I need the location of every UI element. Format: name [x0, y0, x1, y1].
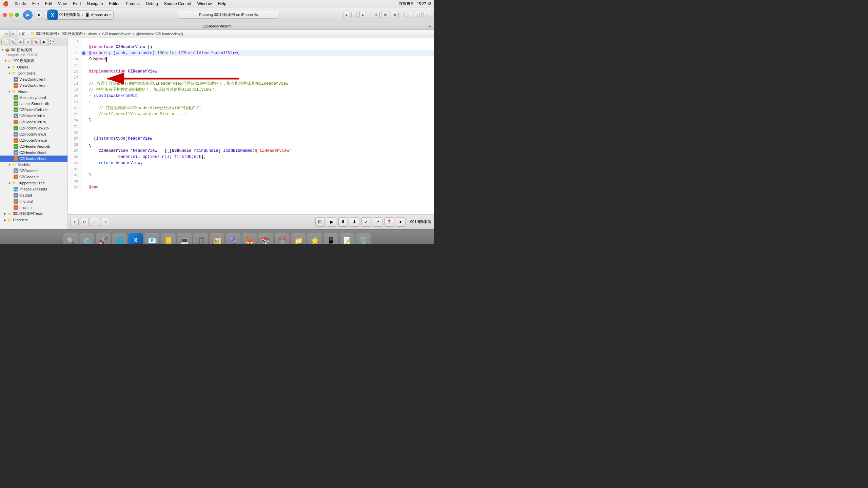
dock-item-finder[interactable]: 🔍 — [63, 233, 78, 244]
dock-item-settings[interactable]: ⚙️ — [79, 233, 94, 244]
sidebar-group-supporting[interactable]: ▼ 📁 Supporting Files — [0, 180, 67, 186]
dock-item-text[interactable]: 📝 — [340, 233, 355, 244]
sidebar-item-main-m[interactable]: m main.m — [0, 204, 67, 210]
dock-item-skim[interactable]: ✂️ — [275, 233, 290, 244]
stop-button[interactable]: ■ — [34, 10, 43, 20]
sidebar-warning-btn[interactable]: ⚠ — [17, 39, 24, 45]
breadcrumb-item-file[interactable]: CZHeaderView.m — [102, 32, 132, 36]
sidebar-item-czheaderview-xib[interactable]: xb CZHeaderView.xib — [0, 143, 67, 149]
menu-navigate[interactable]: Navigate — [84, 1, 105, 7]
sidebar-group-tests[interactable]: ▶ 📁 001迁购案例Tests — [0, 210, 67, 217]
menu-view[interactable]: View — [55, 1, 70, 7]
menu-help[interactable]: Help — [215, 1, 229, 7]
dock-item-tower[interactable]: ⭐ — [307, 233, 322, 244]
menu-editor[interactable]: Editor — [106, 1, 122, 7]
sidebar-bookmark-btn[interactable]: 🔖 — [33, 39, 39, 45]
code-editor[interactable]: 11 12 @interface CZHeaderView () 13 @pro… — [68, 38, 434, 229]
dock-item-mail[interactable]: 📧 — [144, 233, 159, 244]
dock-item-folder[interactable]: 📁 — [291, 233, 306, 244]
debug-toggle[interactable]: ⬜ — [351, 12, 358, 18]
sidebar-item-info-plist[interactable]: pl Info.plist — [0, 198, 67, 204]
filter-button[interactable]: ⬜ — [91, 218, 99, 226]
dock-item-terminal[interactable]: 💻 — [177, 233, 192, 244]
apple-menu[interactable]: 🍎 — [3, 1, 8, 6]
sidebar-folder-btn[interactable]: 📁 — [1, 39, 8, 45]
sidebar-item-czgoodscell-m[interactable]: m CZGoodsCell.m — [0, 119, 67, 125]
sidebar-breakpoint-btn[interactable]: ◆ — [40, 39, 47, 45]
sidebar-item-project[interactable]: ▼ 📦 001团购案例 — [0, 47, 67, 53]
dock-item-trash[interactable]: 🗑️ — [356, 233, 371, 244]
menu-debug[interactable]: Debug — [143, 1, 160, 7]
sort-button[interactable]: ⊙ — [101, 218, 109, 226]
dock-item-onenote[interactable]: 📒 — [161, 233, 176, 244]
dock-item-preview[interactable]: 🔮 — [226, 233, 241, 244]
sidebar-item-czgoodscell-xib[interactable]: xb CZGoodsCell.xib — [0, 107, 67, 113]
menu-source-control[interactable]: Source Control — [161, 1, 194, 7]
close-button[interactable] — [3, 13, 7, 17]
menu-edit[interactable]: Edit — [42, 1, 55, 7]
menu-window[interactable]: Window — [195, 1, 215, 7]
sidebar-item-tgs-plist[interactable]: pl tgs.plist — [0, 192, 67, 198]
debug-grid-button[interactable]: ⊞ — [315, 217, 325, 227]
layout-btn1[interactable]: ⬜ — [404, 12, 412, 18]
split-view-btn[interactable]: ⊟ — [372, 12, 380, 18]
dock-item-photos[interactable]: 🖼️ — [210, 233, 224, 244]
breadcrumb-item-views[interactable]: Views — [87, 32, 97, 36]
sidebar-item-czfooterview-h[interactable]: h CZFooterView.h — [0, 131, 67, 137]
sidebar-group-controllers[interactable]: ▼ 📁 Controllers — [0, 70, 67, 76]
sidebar-vcs-btn[interactable]: ↗ — [25, 39, 32, 45]
sidebar-item-viewcontroller-m[interactable]: m ViewController.m — [0, 82, 67, 88]
sidebar-item-images-xcassets[interactable]: img Images.xcassets — [0, 186, 67, 192]
version-btn[interactable]: ⊠ — [391, 12, 399, 18]
sidebar-group-views[interactable]: ▼ 📁 Views — [0, 88, 67, 95]
dock-item-safari[interactable]: 🌐 — [112, 233, 127, 244]
assistant-btn[interactable]: ⊞ — [381, 12, 389, 18]
add-file-button[interactable]: + — [71, 218, 79, 226]
minimize-button[interactable] — [9, 13, 13, 17]
run-button[interactable]: ▶ — [23, 10, 33, 20]
sidebar-item-czheaderview-h[interactable]: h CZHeaderView.h — [0, 149, 67, 156]
debug-location-button[interactable]: 📍 — [384, 217, 394, 227]
structure-icon[interactable]: ⊞ — [22, 32, 25, 36]
inspector-toggle[interactable]: ≡ — [359, 12, 366, 18]
sidebar-item-czheaderview-m[interactable]: m CZHeaderView.m — [0, 156, 67, 162]
scheme-selector[interactable]: X 001迁购案例 ▸ 📱 iPhone 4s ▾ — [45, 10, 114, 20]
nav-back-button[interactable]: ◁ — [3, 31, 9, 37]
menu-product[interactable]: Product — [123, 1, 142, 7]
add-tab-button[interactable]: + — [429, 23, 431, 29]
dock-item-dash[interactable]: 📚 — [258, 233, 273, 244]
menu-file[interactable]: File — [29, 1, 41, 7]
dock-item-launchpad[interactable]: 🚀 — [96, 233, 111, 244]
dock-item-music[interactable]: 🎵 — [193, 233, 208, 244]
sidebar-group-models[interactable]: ▼ 📁 Models — [0, 162, 67, 168]
breadcrumb-item-1[interactable]: 001迁购案例 — [62, 31, 83, 36]
debug-step-over-button[interactable]: ⬇ — [350, 217, 359, 227]
dock-item-simulator[interactable]: 📱 — [323, 233, 338, 244]
breadcrumb-item-0[interactable]: 📁 — [31, 32, 35, 36]
dock-item-filezilla[interactable]: 🦊 — [242, 233, 257, 244]
sidebar-item-viewcontroller-h[interactable]: h ViewController.h — [0, 76, 67, 82]
sidebar-item-main-storyboard[interactable]: sb Main.storyboard — [0, 95, 67, 101]
breadcrumb-item-interface[interactable]: @interface CZHeaderView() — [136, 32, 183, 36]
maximize-button[interactable] — [15, 13, 19, 17]
menu-find[interactable]: Find — [70, 1, 83, 7]
layout-btn2[interactable]: ⬜ — [414, 12, 422, 18]
debug-step-in-button[interactable]: ↙ — [361, 217, 371, 227]
sidebar-item-czfooterview-xib[interactable]: xb CZFooterView.xib — [0, 125, 67, 131]
sidebar-log-btn[interactable]: 💬 — [48, 39, 55, 45]
code-scroll[interactable]: 11 12 @interface CZHeaderView () 13 @pro… — [68, 38, 434, 214]
sidebar-item-czfooterview-m[interactable]: m CZFooterView.m — [0, 137, 67, 143]
debug-play-button[interactable]: ▶ — [327, 217, 336, 227]
sidebar-group-products[interactable]: ▶ 📁 Products — [0, 217, 67, 223]
breakpoint-indicator[interactable] — [82, 52, 85, 55]
dock-item-archive[interactable]: X — [128, 233, 143, 244]
layout-btn3[interactable]: ⬜ — [423, 12, 431, 18]
debug-pause-button[interactable]: ⏸ — [338, 217, 348, 227]
sidebar-item-others[interactable]: ▶ 📁 Others — [0, 64, 67, 70]
sidebar-item-czgoods-h[interactable]: h CZGoods.h — [0, 168, 67, 174]
sidebar-search-btn[interactable]: 🔍 — [9, 39, 16, 45]
sidebar-group-main[interactable]: ▼ 📁 001迁购案例 — [0, 58, 67, 64]
menu-xcode[interactable]: Xcode — [12, 1, 29, 7]
nav-forward-button[interactable]: ▷ — [10, 31, 17, 37]
sidebar-item-launchscreen[interactable]: xb LaunchScreen.xib — [0, 101, 67, 107]
